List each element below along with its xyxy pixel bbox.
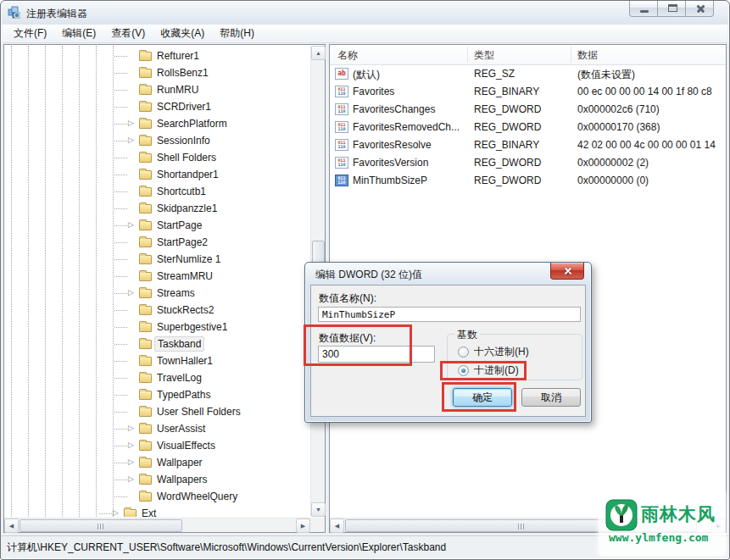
tree-horizontal-scrollbar[interactable]: ◀ ▶ bbox=[4, 518, 310, 532]
tree-item[interactable]: ▷ TravelLog bbox=[4, 369, 309, 386]
value-row[interactable]: FavoritesChanges REG_DWORD 0x000002c6 (7… bbox=[330, 101, 726, 119]
folder-icon bbox=[139, 408, 152, 417]
chevron-expand-icon[interactable]: ▷ bbox=[128, 457, 138, 467]
value-type-icon bbox=[335, 157, 348, 169]
tree-item[interactable]: ▷ Wallpaper bbox=[4, 454, 309, 471]
tree-connector bbox=[114, 191, 127, 192]
tree-item[interactable]: ▷ WordWheelQuery bbox=[4, 488, 309, 505]
scrollbar-thumb[interactable] bbox=[20, 519, 182, 532]
tree-item[interactable]: ▷ User Shell Folders bbox=[4, 403, 309, 420]
chevron-expand-icon[interactable]: ▷ bbox=[128, 474, 138, 484]
tree-item-label: SearchPlatform bbox=[154, 117, 230, 130]
column-header-name[interactable]: 名称 bbox=[337, 48, 358, 63]
ok-button[interactable]: 确定 bbox=[453, 388, 512, 407]
tree-connector bbox=[114, 259, 127, 260]
chevron-expand-icon[interactable]: ▷ bbox=[128, 219, 138, 230]
chevron-expand-icon[interactable]: ▷ bbox=[128, 135, 138, 145]
tree-item[interactable]: ▷ Skidpanzzle1 bbox=[4, 200, 309, 217]
scroll-left-icon[interactable]: ◀ bbox=[4, 518, 19, 533]
column-separator[interactable] bbox=[571, 47, 571, 63]
cancel-button[interactable]: 取消 bbox=[521, 388, 581, 407]
radio-selected-icon[interactable] bbox=[458, 365, 469, 376]
scrollbar-corner bbox=[310, 518, 325, 532]
tree-item[interactable]: ▷ RunMRU bbox=[4, 81, 309, 98]
tree-item-label: VisualEffects bbox=[154, 439, 218, 452]
maximize-button[interactable] bbox=[657, 1, 686, 17]
tree-item[interactable]: ▷ Wallpapers bbox=[4, 471, 309, 488]
column-header-data[interactable]: 数据 bbox=[577, 48, 598, 63]
folder-icon bbox=[139, 204, 152, 213]
radio-unselected-icon[interactable] bbox=[458, 347, 469, 358]
tree-item[interactable]: ▷ Taskband bbox=[4, 335, 309, 352]
tree-item[interactable]: ▷ Streams bbox=[4, 285, 309, 302]
tree-connector bbox=[114, 429, 127, 430]
dialog-content: 数值名称(N): 数值数据(V): 基数 十六进制(H) 十进制(D) 确定 取… bbox=[310, 285, 586, 417]
value-row[interactable]: Favorites REG_BINARY 00 ec 00 00 00 14 0… bbox=[330, 83, 726, 101]
radio-decimal[interactable]: 十进制(D) bbox=[458, 363, 519, 378]
menu-item[interactable]: 查看(V) bbox=[103, 24, 153, 43]
minimize-button[interactable] bbox=[629, 1, 658, 17]
dialog-close-button[interactable] bbox=[550, 263, 584, 280]
thumb-grip bbox=[518, 524, 525, 530]
tree-item[interactable]: ▷ Ext bbox=[4, 505, 309, 517]
tree-item[interactable]: ▷ SearchPlatform bbox=[4, 115, 309, 132]
tree-item-label: StuckRects2 bbox=[154, 303, 216, 317]
tree-item[interactable]: ▷ Shell Folders bbox=[4, 149, 309, 166]
scroll-down-icon[interactable]: ▼ bbox=[311, 502, 326, 517]
tree-item[interactable]: ▷ SCRDriver1 bbox=[4, 98, 309, 115]
tree-item-label: SCRDriver1 bbox=[154, 100, 214, 114]
value-data: 00 ec 00 00 00 14 00 1f 80 c8 bbox=[577, 86, 726, 97]
tree-item[interactable]: ▷ UserAssist bbox=[4, 420, 309, 437]
tree-connector bbox=[114, 141, 127, 141]
tree-item[interactable]: ▷ Shortcutb1 bbox=[4, 183, 309, 200]
scroll-right-icon[interactable]: ▶ bbox=[296, 518, 310, 533]
menu-item[interactable]: 帮助(H) bbox=[212, 24, 262, 43]
tree-item[interactable]: ▷ StartPage bbox=[4, 217, 309, 234]
tree-item[interactable]: ▷ StartPage2 bbox=[4, 234, 309, 251]
scroll-up-icon[interactable]: ▲ bbox=[311, 46, 326, 60]
close-button[interactable] bbox=[685, 1, 714, 17]
scroll-left-icon[interactable]: ◀ bbox=[330, 518, 344, 533]
tree-item-label: TypedPaths bbox=[154, 388, 213, 402]
chevron-expand-icon[interactable]: ▷ bbox=[128, 287, 138, 297]
value-row[interactable]: (默认) REG_SZ (数值未设置) bbox=[330, 65, 726, 83]
value-row[interactable]: FavoritesRemovedCh... REG_DWORD 0x000001… bbox=[330, 119, 726, 136]
tree-item[interactable]: ▷ StreamMRU bbox=[4, 268, 309, 285]
column-header-type[interactable]: 类型 bbox=[474, 48, 494, 63]
ylmf-logo-icon bbox=[605, 499, 638, 531]
tree-item-label: User Shell Folders bbox=[154, 405, 243, 419]
value-row[interactable]: MinThumbSizeP REG_DWORD 0x00000000 (0) bbox=[330, 172, 726, 190]
tree-item[interactable]: ▷ Superbgestive1 bbox=[4, 319, 309, 335]
value-type: REG_BINARY bbox=[474, 139, 574, 151]
chevron-expand-icon[interactable]: ▷ bbox=[128, 423, 138, 433]
chevron-expand-icon[interactable]: ▷ bbox=[128, 118, 138, 128]
tree-item[interactable]: ▷ VisualEffects bbox=[4, 437, 309, 454]
chevron-expand-icon[interactable]: ▷ bbox=[113, 507, 123, 517]
tree-item[interactable]: ▷ StuckRects2 bbox=[4, 302, 309, 319]
column-separator[interactable] bbox=[467, 47, 468, 63]
menu-item[interactable]: 文件(F) bbox=[6, 24, 54, 43]
menu-item[interactable]: 编辑(E) bbox=[54, 24, 103, 43]
tree-item[interactable]: ▷ Refturer1 bbox=[4, 47, 309, 64]
folder-icon bbox=[139, 69, 152, 78]
tree-item[interactable]: ▷ SterNumlize 1 bbox=[4, 251, 309, 268]
tree-item[interactable]: ▷ RollsBenz1 bbox=[4, 64, 309, 81]
tree-item[interactable]: ▷ SessionInfo bbox=[4, 132, 309, 149]
title-bar[interactable]: 注册表编辑器 bbox=[1, 1, 729, 25]
folder-icon bbox=[139, 340, 152, 349]
radio-hexadecimal[interactable]: 十六进制(H) bbox=[458, 345, 529, 359]
value-row[interactable]: FavoritesVersion REG_DWORD 0x00000002 (2… bbox=[330, 154, 726, 172]
menu-item[interactable]: 收藏夹(A) bbox=[153, 24, 212, 43]
chevron-expand-icon[interactable]: ▷ bbox=[128, 440, 138, 450]
value-type-icon bbox=[335, 103, 348, 115]
tree-item[interactable]: ▷ Shortandper1 bbox=[4, 166, 309, 183]
tree-item[interactable]: ▷ TownHaller1 bbox=[4, 352, 309, 369]
value-row[interactable]: FavoritesResolve REG_BINARY 42 02 00 00 … bbox=[330, 136, 726, 154]
tree-item-label: RunMRU bbox=[154, 83, 201, 97]
folder-icon bbox=[139, 86, 152, 95]
value-type-icon bbox=[335, 68, 348, 80]
tree-item[interactable]: ▷ TypedPaths bbox=[4, 386, 309, 403]
value-name-input[interactable] bbox=[318, 307, 581, 322]
tree-connector bbox=[114, 327, 127, 328]
value-data-input[interactable] bbox=[318, 346, 435, 363]
